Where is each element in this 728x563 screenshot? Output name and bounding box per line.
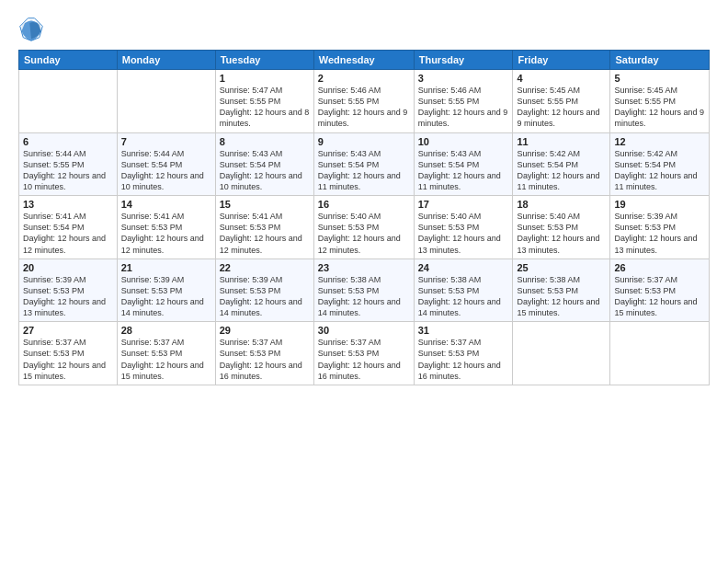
day-number: 14 [121,199,211,210]
calendar-cell: 16Sunrise: 5:40 AMSunset: 5:53 PMDayligh… [313,196,414,259]
weekday-header-tuesday: Tuesday [215,51,313,70]
calendar-cell: 22Sunrise: 5:39 AMSunset: 5:53 PMDayligh… [215,259,313,322]
day-info: Sunrise: 5:41 AMSunset: 5:53 PMDaylight:… [121,211,211,256]
calendar-cell: 20Sunrise: 5:39 AMSunset: 5:53 PMDayligh… [19,259,118,322]
day-info: Sunrise: 5:44 AMSunset: 5:55 PMDaylight:… [23,148,113,193]
calendar-cell: 1Sunrise: 5:47 AMSunset: 5:55 PMDaylight… [215,70,313,133]
calendar-cell: 7Sunrise: 5:44 AMSunset: 5:54 PMDaylight… [117,132,215,196]
weekday-header-friday: Friday [513,51,610,70]
day-number: 10 [418,136,509,147]
calendar-cell: 26Sunrise: 5:37 AMSunset: 5:53 PMDayligh… [610,259,710,322]
logo-icon [18,17,44,42]
calendar-cell: 25Sunrise: 5:38 AMSunset: 5:53 PMDayligh… [513,259,610,322]
calendar-cell: 8Sunrise: 5:43 AMSunset: 5:54 PMDaylight… [215,132,313,196]
day-number: 21 [121,262,211,273]
day-info: Sunrise: 5:43 AMSunset: 5:54 PMDaylight:… [220,148,310,193]
calendar-cell: 23Sunrise: 5:38 AMSunset: 5:53 PMDayligh… [313,259,414,322]
calendar-cell: 19Sunrise: 5:39 AMSunset: 5:53 PMDayligh… [610,196,710,259]
calendar-cell: 21Sunrise: 5:39 AMSunset: 5:53 PMDayligh… [117,259,215,322]
day-number: 11 [517,136,606,147]
day-number: 19 [614,199,705,210]
calendar-cell: 14Sunrise: 5:41 AMSunset: 5:53 PMDayligh… [117,196,215,259]
weekday-header-sunday: Sunday [19,51,118,70]
day-info: Sunrise: 5:37 AMSunset: 5:53 PMDaylight:… [121,337,211,382]
day-info: Sunrise: 5:46 AMSunset: 5:55 PMDaylight:… [318,85,410,130]
day-info: Sunrise: 5:45 AMSunset: 5:55 PMDaylight:… [517,85,606,130]
day-info: Sunrise: 5:45 AMSunset: 5:55 PMDaylight:… [614,85,705,130]
week-row-5: 27Sunrise: 5:37 AMSunset: 5:53 PMDayligh… [19,322,710,385]
day-number: 12 [614,136,705,147]
day-info: Sunrise: 5:42 AMSunset: 5:54 PMDaylight:… [517,148,606,193]
calendar-table: SundayMondayTuesdayWednesdayThursdayFrid… [18,50,710,385]
day-info: Sunrise: 5:40 AMSunset: 5:53 PMDaylight:… [318,211,410,256]
day-number: 23 [318,262,410,273]
calendar-cell: 17Sunrise: 5:40 AMSunset: 5:53 PMDayligh… [414,196,513,259]
day-info: Sunrise: 5:43 AMSunset: 5:54 PMDaylight:… [318,148,410,193]
day-info: Sunrise: 5:41 AMSunset: 5:54 PMDaylight:… [23,211,113,256]
day-number: 31 [418,325,509,336]
day-info: Sunrise: 5:37 AMSunset: 5:53 PMDaylight:… [23,337,113,382]
day-number: 16 [318,199,410,210]
day-info: Sunrise: 5:38 AMSunset: 5:53 PMDaylight:… [418,274,509,319]
day-number: 1 [220,73,310,84]
day-info: Sunrise: 5:39 AMSunset: 5:53 PMDaylight:… [121,274,211,319]
calendar-cell [117,70,215,133]
calendar-cell: 24Sunrise: 5:38 AMSunset: 5:53 PMDayligh… [414,259,513,322]
day-info: Sunrise: 5:37 AMSunset: 5:53 PMDaylight:… [318,337,410,382]
calendar-cell: 4Sunrise: 5:45 AMSunset: 5:55 PMDaylight… [513,70,610,133]
day-number: 5 [614,73,705,84]
calendar-cell: 2Sunrise: 5:46 AMSunset: 5:55 PMDaylight… [313,70,414,133]
week-row-2: 6Sunrise: 5:44 AMSunset: 5:55 PMDaylight… [19,132,710,196]
day-info: Sunrise: 5:37 AMSunset: 5:53 PMDaylight:… [418,337,509,382]
calendar-cell: 28Sunrise: 5:37 AMSunset: 5:53 PMDayligh… [117,322,215,385]
calendar-cell: 15Sunrise: 5:41 AMSunset: 5:53 PMDayligh… [215,196,313,259]
weekday-header-wednesday: Wednesday [313,51,414,70]
day-number: 28 [121,325,211,336]
week-row-4: 20Sunrise: 5:39 AMSunset: 5:53 PMDayligh… [19,259,710,322]
day-number: 7 [121,136,211,147]
day-number: 24 [418,262,509,273]
weekday-header-thursday: Thursday [414,51,513,70]
calendar-cell [513,322,610,385]
day-info: Sunrise: 5:40 AMSunset: 5:53 PMDaylight:… [418,211,509,256]
calendar-cell: 29Sunrise: 5:37 AMSunset: 5:53 PMDayligh… [215,322,313,385]
logo [18,17,48,42]
week-row-3: 13Sunrise: 5:41 AMSunset: 5:54 PMDayligh… [19,196,710,259]
day-info: Sunrise: 5:37 AMSunset: 5:53 PMDaylight:… [220,337,310,382]
calendar-cell: 18Sunrise: 5:40 AMSunset: 5:53 PMDayligh… [513,196,610,259]
day-number: 18 [517,199,606,210]
calendar-cell: 27Sunrise: 5:37 AMSunset: 5:53 PMDayligh… [19,322,118,385]
calendar-cell: 10Sunrise: 5:43 AMSunset: 5:54 PMDayligh… [414,132,513,196]
page: SundayMondayTuesdayWednesdayThursdayFrid… [0,0,728,563]
calendar-cell: 30Sunrise: 5:37 AMSunset: 5:53 PMDayligh… [313,322,414,385]
day-info: Sunrise: 5:39 AMSunset: 5:53 PMDaylight:… [614,211,705,256]
day-number: 8 [220,136,310,147]
day-info: Sunrise: 5:44 AMSunset: 5:54 PMDaylight:… [121,148,211,193]
day-info: Sunrise: 5:37 AMSunset: 5:53 PMDaylight:… [614,274,705,319]
day-number: 17 [418,199,509,210]
day-number: 3 [418,73,509,84]
day-number: 15 [220,199,310,210]
weekday-header-saturday: Saturday [610,51,710,70]
day-number: 22 [220,262,310,273]
calendar-cell: 31Sunrise: 5:37 AMSunset: 5:53 PMDayligh… [414,322,513,385]
day-number: 9 [318,136,410,147]
calendar-cell: 9Sunrise: 5:43 AMSunset: 5:54 PMDaylight… [313,132,414,196]
week-row-1: 1Sunrise: 5:47 AMSunset: 5:55 PMDaylight… [19,70,710,133]
calendar-cell: 13Sunrise: 5:41 AMSunset: 5:54 PMDayligh… [19,196,118,259]
day-number: 29 [220,325,310,336]
day-info: Sunrise: 5:41 AMSunset: 5:53 PMDaylight:… [220,211,310,256]
day-info: Sunrise: 5:46 AMSunset: 5:55 PMDaylight:… [418,85,509,130]
day-number: 20 [23,262,113,273]
weekday-header-row: SundayMondayTuesdayWednesdayThursdayFrid… [19,51,710,70]
day-info: Sunrise: 5:39 AMSunset: 5:53 PMDaylight:… [23,274,113,319]
day-number: 6 [23,136,113,147]
calendar-cell: 6Sunrise: 5:44 AMSunset: 5:55 PMDaylight… [19,132,118,196]
weekday-header-monday: Monday [117,51,215,70]
calendar-cell: 11Sunrise: 5:42 AMSunset: 5:54 PMDayligh… [513,132,610,196]
day-number: 30 [318,325,410,336]
day-info: Sunrise: 5:38 AMSunset: 5:53 PMDaylight:… [318,274,410,319]
header [18,17,710,42]
day-number: 27 [23,325,113,336]
day-info: Sunrise: 5:38 AMSunset: 5:53 PMDaylight:… [517,274,606,319]
